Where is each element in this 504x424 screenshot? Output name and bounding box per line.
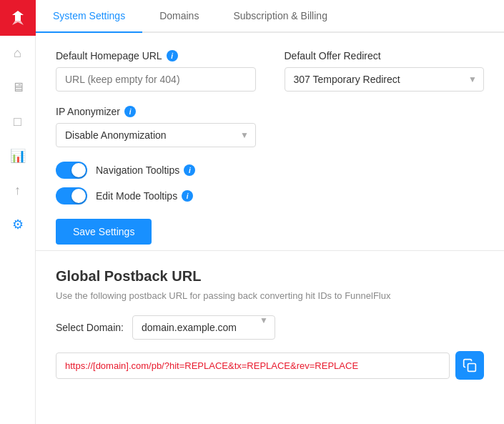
main-content: System Settings Domains Subscription & B…	[36, 0, 504, 424]
section-divider	[36, 250, 504, 251]
edit-tooltips-row: Edit Mode Tooltips i	[56, 187, 484, 204]
nav-tooltips-toggle[interactable]	[56, 162, 87, 179]
offer-redirect-label: Default Offer Redirect	[285, 50, 485, 61]
ip-anonymizer-select[interactable]: Disable Anonymization Anonymize Last Oct…	[56, 123, 256, 147]
tab-subscription-billing[interactable]: Subscription & Billing	[216, 0, 345, 33]
offer-redirect-select[interactable]: 301 Permanent Redirect 302 Found 307 Tem…	[285, 67, 485, 92]
nav-tooltips-row: Navigation Tooltips i	[56, 162, 484, 179]
edit-tooltips-info-icon[interactable]: i	[182, 190, 193, 202]
page-icon[interactable]: □	[0, 104, 36, 139]
offer-redirect-select-wrapper: 301 Permanent Redirect 302 Found 307 Tem…	[285, 67, 485, 92]
sidebar: ⌂ 🖥 □ 📊 ↑ ⚙	[0, 0, 36, 424]
nav-tooltips-info-icon[interactable]: i	[184, 164, 195, 176]
homepage-label: Default Homepage URL i	[56, 50, 256, 61]
offer-redirect-group: Default Offer Redirect 301 Permanent Red…	[285, 50, 485, 92]
edit-tooltips-label: Edit Mode Tooltips i	[96, 190, 193, 202]
svg-marker-0	[12, 11, 24, 21]
settings-icon[interactable]: ⚙	[0, 207, 36, 242]
tab-system-settings[interactable]: System Settings	[36, 0, 142, 33]
postback-description: Use the following postback URL for passi…	[56, 290, 484, 301]
nav-tooltips-label: Navigation Tooltips i	[96, 164, 195, 176]
ip-anonymizer-label: IP Anonymizer i	[56, 106, 256, 117]
postback-title: Global Postback URL	[56, 268, 484, 285]
app-logo	[0, 0, 36, 36]
url-copy-row: https://[domain].com/pb/?hit=REPLACE&tx=…	[56, 351, 484, 380]
ip-anonymizer-group: IP Anonymizer i Disable Anonymization An…	[56, 106, 256, 147]
upload-icon[interactable]: ↑	[0, 173, 36, 207]
url-redirect-row: Default Homepage URL i Default Offer Red…	[56, 50, 484, 92]
domain-row: Select Domain: domain.example.com ▼	[56, 315, 484, 340]
homepage-info-icon[interactable]: i	[167, 50, 178, 61]
content-area: Default Homepage URL i Default Offer Red…	[36, 33, 504, 424]
save-settings-button[interactable]: Save Settings	[56, 219, 152, 245]
domain-select-wrapper: domain.example.com ▼	[132, 315, 275, 340]
homepage-url-group: Default Homepage URL i	[56, 50, 256, 92]
svg-marker-1	[12, 21, 24, 25]
domain-select-label: Select Domain:	[56, 322, 124, 333]
tab-domains[interactable]: Domains	[142, 0, 216, 33]
postback-section: Global Postback URL Use the following po…	[56, 268, 484, 380]
ip-anonymizer-info-icon[interactable]: i	[124, 106, 136, 117]
tabs-bar: System Settings Domains Subscription & B…	[36, 0, 504, 33]
monitor-icon[interactable]: 🖥	[0, 70, 36, 104]
svg-rect-2	[468, 364, 476, 372]
home-icon[interactable]: ⌂	[0, 36, 36, 70]
chart-icon[interactable]: 📊	[0, 139, 36, 173]
edit-tooltips-toggle[interactable]	[56, 187, 87, 204]
homepage-url-input[interactable]	[56, 67, 256, 92]
copy-url-button[interactable]	[455, 351, 484, 380]
postback-url-display: https://[domain].com/pb/?hit=REPLACE&tx=…	[56, 352, 450, 379]
domain-select[interactable]: domain.example.com	[132, 315, 275, 340]
ip-anonymizer-select-wrapper: Disable Anonymization Anonymize Last Oct…	[56, 123, 256, 147]
